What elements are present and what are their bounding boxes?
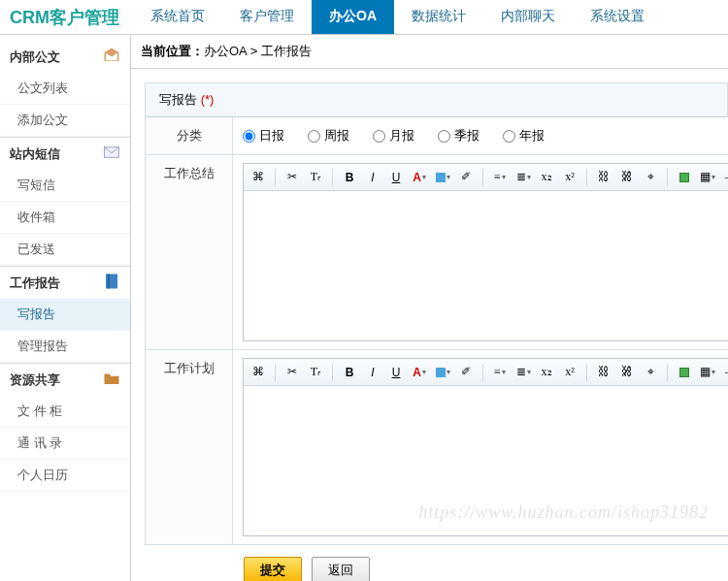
sidebar-item-写报告[interactable]: 写报告: [0, 299, 130, 331]
fontcolor-icon[interactable]: A: [411, 169, 428, 186]
notebook-icon: [103, 273, 120, 293]
sup-icon[interactable]: x²: [561, 364, 579, 381]
eraser-icon[interactable]: ✐: [457, 364, 475, 381]
table-icon[interactable]: ▦: [699, 364, 716, 381]
unlink-icon[interactable]: ⛓̸: [618, 364, 636, 381]
list-icon[interactable]: ≣: [514, 364, 532, 381]
radio-年报[interactable]: 年报: [503, 127, 545, 145]
editor-plan: ⌘✂TᵣBIUA✐≡≣x₂x²⛓⛓̸⌖▦—☺▶W⛶: [243, 358, 728, 536]
editor-summary-textarea[interactable]: [244, 191, 728, 337]
editor-toolbar: ⌘✂TᵣBIUA✐≡≣x₂x²⛓⛓̸⌖▦—☺▶W⛶: [244, 164, 728, 191]
underline-icon[interactable]: U: [387, 169, 405, 186]
radio-季报[interactable]: 季报: [438, 127, 480, 145]
sidebar-group-内部公文[interactable]: 内部公文: [0, 41, 130, 73]
sidebar-item-写短信[interactable]: 写短信: [0, 170, 130, 202]
editor-summary: ⌘✂TᵣBIUA✐≡≣x₂x²⛓⛓̸⌖▦—☺▶W⛶: [243, 163, 728, 341]
app-logo: CRM客户管理: [0, 0, 133, 34]
source-icon[interactable]: ⌘: [249, 364, 267, 381]
sidebar-item-个人日历[interactable]: 个人日历: [0, 460, 130, 492]
underline-icon[interactable]: U: [387, 364, 405, 381]
back-button[interactable]: 返回: [312, 557, 370, 581]
italic-icon[interactable]: I: [364, 169, 381, 186]
field-label-category: 分类: [146, 117, 233, 154]
sidebar-item-公文列表[interactable]: 公文列表: [0, 73, 130, 105]
sidebar: 内部公文公文列表添加公文站内短信写短信收件箱已发送工作报告写报告管理报告资源共享…: [0, 35, 131, 581]
bold-icon[interactable]: B: [341, 169, 358, 186]
sidebar-item-已发送[interactable]: 已发送: [0, 234, 130, 266]
sidebar-item-添加公文[interactable]: 添加公文: [0, 105, 130, 137]
radio-月报[interactable]: 月报: [373, 127, 414, 145]
radio-周报[interactable]: 周报: [308, 127, 349, 145]
highlight-icon[interactable]: [434, 364, 451, 381]
sidebar-group-站内短信[interactable]: 站内短信: [0, 138, 130, 170]
nav-内部聊天[interactable]: 内部聊天: [483, 0, 573, 34]
cut-icon[interactable]: ✂: [283, 169, 301, 186]
table-icon[interactable]: ▦: [699, 169, 716, 186]
sup-icon[interactable]: x²: [561, 169, 579, 186]
unlink-icon[interactable]: ⛓̸: [618, 169, 636, 186]
svg-rect-2: [108, 274, 110, 289]
sub-icon[interactable]: x₂: [538, 364, 555, 381]
anchor-icon[interactable]: ⌖: [642, 364, 659, 381]
editor-plan-textarea[interactable]: [244, 386, 728, 532]
sidebar-group-工作报告[interactable]: 工作报告: [0, 267, 130, 299]
category-radios: 日报 周报 月报 季报 年报: [243, 125, 718, 146]
folder-icon: [103, 370, 120, 390]
list-icon[interactable]: ≣: [514, 169, 532, 186]
format-icon[interactable]: Tᵣ: [307, 169, 324, 186]
anchor-icon[interactable]: ⌖: [642, 169, 659, 186]
field-label-summary: 工作总结: [146, 155, 233, 349]
image-icon[interactable]: [676, 169, 693, 186]
cut-icon[interactable]: ✂: [283, 364, 301, 381]
panel-title: 写报告 (*): [145, 82, 728, 117]
radio-日报[interactable]: 日报: [243, 127, 284, 145]
nav-数据统计[interactable]: 数据统计: [394, 0, 483, 34]
field-label-plan: 工作计划: [146, 350, 233, 544]
editor-toolbar: ⌘✂TᵣBIUA✐≡≣x₂x²⛓⛓̸⌖▦—☺▶W⛶: [244, 359, 728, 386]
eraser-icon[interactable]: ✐: [457, 169, 475, 186]
bold-icon[interactable]: B: [341, 364, 358, 381]
highlight-icon[interactable]: [434, 169, 451, 186]
align-icon[interactable]: ≡: [491, 169, 509, 186]
hr-icon[interactable]: —: [722, 364, 728, 381]
svg-rect-1: [106, 274, 117, 289]
fontcolor-icon[interactable]: A: [411, 364, 428, 381]
sidebar-item-通讯录[interactable]: 通 讯 录: [0, 428, 130, 460]
format-icon[interactable]: Tᵣ: [307, 364, 324, 381]
sub-icon[interactable]: x₂: [538, 169, 555, 186]
align-icon[interactable]: ≡: [491, 364, 509, 381]
envelope-icon: [103, 144, 120, 164]
nav-系统首页[interactable]: 系统首页: [133, 0, 222, 34]
link-icon[interactable]: ⛓: [595, 169, 612, 186]
top-nav: CRM客户管理 系统首页客户管理办公OA数据统计内部聊天系统设置: [0, 0, 728, 35]
submit-button[interactable]: 提交: [244, 557, 302, 581]
italic-icon[interactable]: I: [364, 364, 381, 381]
sidebar-item-文件柜[interactable]: 文 件 柜: [0, 396, 130, 428]
nav-办公OA[interactable]: 办公OA: [312, 0, 394, 34]
sidebar-item-管理报告[interactable]: 管理报告: [0, 331, 130, 363]
source-icon[interactable]: ⌘: [249, 169, 267, 186]
mail-open-icon: [103, 47, 120, 67]
nav-系统设置[interactable]: 系统设置: [573, 0, 662, 34]
link-icon[interactable]: ⛓: [595, 364, 612, 381]
hr-icon[interactable]: —: [722, 169, 728, 186]
image-icon[interactable]: [676, 364, 693, 381]
nav-客户管理[interactable]: 客户管理: [222, 0, 312, 34]
sidebar-item-收件箱[interactable]: 收件箱: [0, 202, 130, 234]
breadcrumb: 当前位置：办公OA > 工作报告: [131, 35, 728, 69]
sidebar-group-资源共享[interactable]: 资源共享: [0, 364, 130, 396]
button-bar: 提交 返回: [145, 545, 728, 581]
